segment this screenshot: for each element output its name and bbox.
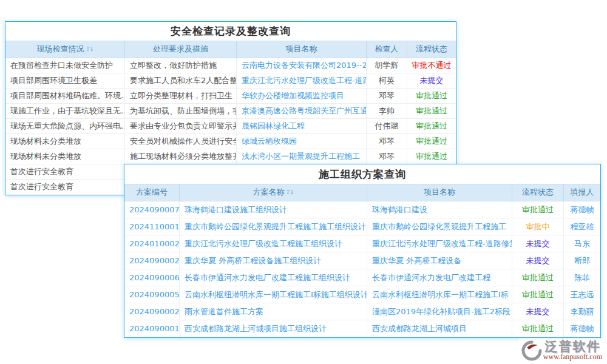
situation-cell: 首次进行安全教育 bbox=[5, 164, 125, 180]
plan-table-header: 方案编号 方案名称 项目名称 流程状态 填报人 bbox=[124, 184, 600, 201]
construction-plan-query-window: 施工组织方案查询 方案编号 方案名称 项目名称 流程状态 填报人 2024090… bbox=[124, 164, 601, 338]
measure-cell: 施工现场材料必须分类堆放整齐... bbox=[125, 149, 237, 164]
project-cell[interactable]: 重庆江北污水处理厂级改造工程-道路修复 bbox=[237, 73, 367, 89]
plan_name-cell[interactable]: 珠海鹤港口建设施工组织设计 bbox=[180, 201, 367, 218]
inspector-cell: 邓琴 bbox=[367, 89, 407, 104]
plan_name-cell[interactable]: 重庆江北污水处理厂级改造工程施工组织设计 bbox=[180, 235, 367, 252]
status-cell: 未提交 bbox=[407, 73, 456, 89]
project-cell[interactable]: 重庆华夏 外高桥工程设备 bbox=[367, 252, 512, 269]
table-row: 2024090001西安成都路龙湖上河城项目施工组织设计西安成都路龙湖上河城项目… bbox=[124, 320, 600, 337]
column-header-project[interactable]: 项目名称 bbox=[367, 184, 512, 201]
status-cell: 审批通过 bbox=[512, 286, 564, 303]
status-cell: 审批通过 bbox=[512, 269, 564, 286]
project-cell[interactable]: 重庆市鹅岭公园绿化景观提升工程施工 bbox=[367, 218, 512, 235]
plan_id-cell[interactable]: 2024090002 bbox=[124, 252, 180, 269]
measure-cell: 立即整改，做好防护措施 bbox=[125, 58, 237, 73]
project-cell[interactable]: 浅水湾小区一期景观提升工程施工 bbox=[237, 149, 367, 164]
plan_id-cell[interactable]: 2024110001 bbox=[124, 218, 180, 235]
reporter-cell[interactable]: 李勤丽 bbox=[564, 303, 600, 320]
column-header-plan-id[interactable]: 方案编号 bbox=[124, 184, 180, 201]
reporter-cell[interactable]: 陈菲 bbox=[564, 269, 600, 286]
project-cell[interactable]: 云南电力设备安装有限公司2019--2020年度 bbox=[237, 58, 367, 73]
plan_name-cell[interactable]: 重庆市鹅岭公园绿化景观提升工程施工施工组织设计 bbox=[180, 218, 367, 235]
column-header-inspector[interactable]: 检查人 bbox=[367, 41, 407, 58]
status-cell: 审批不通过 bbox=[407, 58, 456, 73]
situation-cell: 项目部周围环境卫生极差 bbox=[5, 73, 125, 89]
measure-cell: 要求由专业分包负责立即警示并... bbox=[125, 119, 237, 134]
project-cell[interactable]: 云南水利枢纽潜明水库一期工程施工I标 bbox=[367, 286, 512, 303]
inspector-cell: 柯英 bbox=[367, 73, 407, 89]
measure-cell: 要求施工人员和水车2人配合整... bbox=[125, 73, 237, 89]
status-cell: 审批通过 bbox=[512, 320, 564, 337]
table-row: 2024090002雨水管道首件施工方案潼南区2019年绿化补贴项目-施工2标段… bbox=[124, 303, 600, 320]
reporter-cell[interactable]: 蒋德帧 bbox=[564, 201, 600, 218]
status-cell: 未提交 bbox=[512, 303, 564, 320]
plan_name-cell[interactable]: 西安成都路龙湖上河城项目施工组织设计 bbox=[180, 320, 367, 337]
situation-cell: 首次进行安全教育 bbox=[5, 180, 125, 195]
reporter-cell[interactable]: 蒋德帧 bbox=[564, 320, 600, 337]
project-cell[interactable]: 长春市伊通河水力发电厂改建工程 bbox=[367, 269, 512, 286]
situation-cell: 现场材料未分类堆放 bbox=[5, 149, 125, 164]
table-row: 2024010002重庆江北污水处理厂级改造工程施工组织设计重庆江北污水处理厂级… bbox=[124, 235, 600, 252]
situation-cell: 项目部周围材料堆码临难。环境... bbox=[5, 89, 125, 104]
plan_name-cell[interactable]: 长春市伊通河水力发电厂改建工程施工组织设计 bbox=[180, 269, 367, 286]
plan_id-cell[interactable]: 2024090001 bbox=[124, 320, 180, 337]
situation-cell: 现场无重大危险点源、内环强电... bbox=[5, 119, 125, 134]
plan_id-cell[interactable]: 2024090006 bbox=[124, 269, 180, 286]
column-header-project[interactable]: 项目名称 bbox=[237, 41, 367, 58]
table-row: 现场材料未分类堆放施工现场材料必须分类堆放整齐...浅水湾小区一期景观提升工程施… bbox=[5, 149, 456, 164]
plan_name-cell[interactable]: 雨水管道首件施工方案 bbox=[180, 303, 367, 320]
status-cell: 审批通过 bbox=[407, 104, 456, 119]
table-row: 2024110001重庆市鹅岭公园绿化景观提升工程施工施工组织设计重庆市鹅岭公园… bbox=[124, 218, 600, 235]
status-cell: 审批通过 bbox=[407, 149, 456, 164]
plan_name-cell[interactable]: 重庆华夏 外高桥工程设备施工组织设计 bbox=[180, 252, 367, 269]
plan_id-cell[interactable]: 2024090007 bbox=[124, 201, 180, 218]
status-cell: 审批通过 bbox=[407, 89, 456, 104]
column-header-plan-name[interactable]: 方案名称 bbox=[180, 184, 367, 201]
fanpu-logo-icon bbox=[521, 340, 542, 361]
inspector-cell: 邓琴 bbox=[367, 149, 407, 164]
table-row: 2024090002重庆华夏 外高桥工程设备施工组织设计重庆华夏 外高桥工程设备… bbox=[124, 252, 600, 269]
project-cell[interactable]: 华软办公楼增加视频监控项目 bbox=[237, 89, 367, 104]
reporter-cell[interactable]: 马东 bbox=[564, 235, 600, 252]
status-cell: 审批通过 bbox=[407, 119, 456, 134]
sort-icon[interactable] bbox=[287, 189, 294, 195]
column-header-situation[interactable]: 现场检查情况 bbox=[5, 41, 125, 58]
table-row: 项目部周围材料堆码临难。环境...立即分类整理材料，打扫卫生华软办公楼增加视频监… bbox=[5, 89, 456, 104]
plan_id-cell[interactable]: 2024090002 bbox=[124, 303, 180, 320]
plan-table-body: 2024090007珠海鹤港口建设施工组织设计珠海鹤港口建设审批通过蒋德帧202… bbox=[124, 201, 600, 337]
status-cell: 审批通过 bbox=[407, 134, 456, 149]
logo-website-text: www.fanpusoft.com bbox=[543, 353, 602, 361]
project-cell[interactable]: 京港澳高速公路粤境韶关至广州互通路面改造 bbox=[237, 104, 367, 119]
sort-icon[interactable] bbox=[86, 46, 93, 52]
project-cell[interactable]: 西安成都路龙湖上河城项目 bbox=[367, 320, 512, 337]
status-cell: 未提交 bbox=[512, 252, 564, 269]
status-cell: 未提交 bbox=[512, 235, 564, 252]
reporter-cell[interactable]: 王志远 bbox=[564, 286, 600, 303]
situation-cell: 现场材料未分类堆放 bbox=[5, 134, 125, 149]
logo-brand-text: 泛普软件 bbox=[544, 340, 600, 353]
plan_name-cell[interactable]: 云南水利枢纽潜明水库一期工程施工I标施工组织设计 bbox=[180, 286, 367, 303]
reporter-cell[interactable]: 程亚雄 bbox=[564, 218, 600, 235]
column-header-measure[interactable]: 处理要求及措施 bbox=[125, 41, 237, 58]
measure-cell: 立即分类整理材料，打扫卫生 bbox=[125, 89, 237, 104]
reporter-cell[interactable]: 断郎 bbox=[564, 252, 600, 269]
project-cell[interactable]: 重庆江北污水处理厂级改造工程-道路修复 bbox=[367, 235, 512, 252]
table-row: 现施工作业，由于基坑较深且无...为基坑卸载、防止围墙倒塌，项...京港澳高速公… bbox=[5, 104, 456, 119]
column-header-status[interactable]: 流程状态 bbox=[512, 184, 564, 201]
column-header-plan-name-label: 方案名称 bbox=[253, 187, 285, 197]
project-cell[interactable]: 潼南区2019年绿化补贴项目-施工2标段 bbox=[367, 303, 512, 320]
project-cell[interactable]: 珠海鹤港口建设 bbox=[367, 201, 512, 218]
project-cell[interactable]: 绿城云栖玫瑰园 bbox=[237, 134, 367, 149]
plan_id-cell[interactable]: 2024090005 bbox=[124, 286, 180, 303]
column-header-status[interactable]: 流程状态 bbox=[407, 41, 456, 58]
table-row: 在预留检查井口未做安全防护立即整改，做好防护措施云南电力设备安装有限公司2019… bbox=[5, 58, 456, 73]
measure-cell: 为基坑卸载、防止围墙倒塌，项... bbox=[125, 104, 237, 119]
status-cell: 审批通过 bbox=[512, 201, 564, 218]
project-cell[interactable]: 晟铭园林绿化工程 bbox=[237, 119, 367, 134]
plan_id-cell[interactable]: 2024010002 bbox=[124, 235, 180, 252]
safety-window-title: 安全检查记录及整改查询 bbox=[5, 22, 456, 41]
column-header-reporter[interactable]: 填报人 bbox=[564, 184, 600, 201]
safety-table-header: 现场检查情况 处理要求及措施 项目名称 检查人 流程状态 bbox=[5, 41, 456, 58]
table-row: 现场材料未分类堆放安全员对机械操作人员进行安全...绿城云栖玫瑰园邓琴审批通过 bbox=[5, 134, 456, 149]
